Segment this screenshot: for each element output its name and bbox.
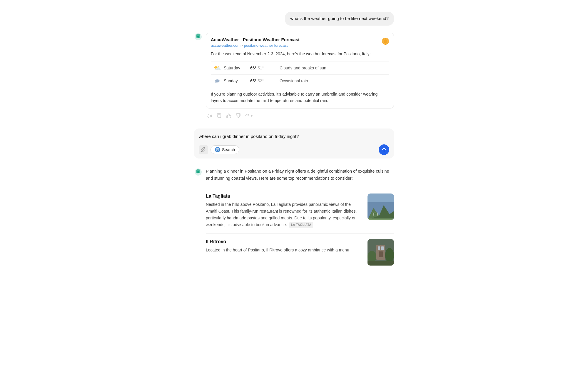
assistant-restaurant-block: Planning a dinner in Positano on a Frida… (194, 168, 394, 271)
svg-rect-25 (381, 246, 384, 250)
search-label: Search (222, 147, 235, 152)
assistant-icon (194, 33, 202, 42)
source-card-weather: AccuWeather - Positano Weather Forecast … (206, 33, 394, 109)
speaker-button[interactable] (206, 113, 212, 119)
user-message-1: what's the weather going to be like next… (194, 12, 394, 26)
saturday-day: Saturday (224, 66, 250, 70)
assistant-icon-2 (194, 168, 202, 177)
weather-row-sunday: 🌧 Sunday 65° 52° Occasional rain (211, 74, 389, 87)
saturday-desc: Clouds and breaks of sun (280, 66, 389, 70)
restaurant-image-la-tagliata (368, 194, 394, 220)
assistant-weather-block: AccuWeather - Positano Weather Forecast … (194, 33, 394, 119)
svg-rect-18 (368, 218, 394, 220)
breadcrumb-arrow: › (242, 44, 243, 47)
weather-intro-text: For the weekend of November 2-3, 2024, h… (211, 51, 389, 57)
restaurant-card-il-ritrovo: Il Ritrovo Located in the heart of Posit… (206, 233, 394, 271)
saturday-low: 51° (258, 66, 264, 70)
globe-icon (215, 147, 220, 152)
regenerate-chevron: ▾ (251, 114, 253, 118)
weather-advisory: If you're planning outdoor activities, i… (211, 91, 389, 104)
regenerate-button[interactable]: ▾ (245, 114, 253, 118)
assistant-content-restaurants: Planning a dinner in Positano on a Frida… (206, 168, 394, 271)
sunday-low: 52° (258, 79, 264, 83)
svg-point-14 (197, 171, 199, 173)
source-path[interactable]: positano weather forecast (244, 43, 288, 48)
sunday-desc: Occasional rain (280, 79, 389, 83)
source-url: accuweather.com › positano weather forec… (211, 43, 389, 48)
svg-rect-21 (377, 213, 378, 216)
restaurant-card-la-tagliata: La Tagliata Nestled in the hills above P… (206, 188, 394, 233)
input-area: Search (194, 129, 394, 159)
chat-input[interactable] (199, 133, 389, 140)
svg-rect-24 (378, 246, 380, 250)
thumbs-down-button[interactable] (235, 113, 241, 119)
source-domain[interactable]: accuweather.com (211, 43, 240, 48)
source-badge-icon (381, 37, 390, 46)
input-toolbar: Search (199, 144, 389, 155)
svg-point-2 (384, 39, 387, 43)
assistant-content-weather: AccuWeather - Positano Weather Forecast … (206, 33, 394, 119)
restaurant-image-il-ritrovo (368, 239, 394, 266)
restaurant-info-la-tagliata: La Tagliata Nestled in the hills above P… (206, 194, 363, 228)
search-button[interactable]: Search (211, 145, 239, 154)
attach-button[interactable] (199, 145, 208, 154)
svg-point-28 (385, 248, 394, 263)
restaurant-desc-la-tagliata: Nestled in the hills above Positano, La … (206, 201, 363, 228)
restaurant-name-il-ritrovo: Il Ritrovo (206, 239, 363, 244)
thumbs-up-button[interactable] (225, 113, 232, 119)
action-buttons: ▾ (206, 113, 394, 119)
sunday-high: 65° (250, 79, 256, 83)
sunday-temps: 65° 52° (250, 79, 280, 83)
copy-button[interactable] (216, 113, 222, 119)
svg-rect-19 (372, 213, 379, 213)
input-tools-left: Search (199, 145, 239, 154)
restaurant-name-la-tagliata: La Tagliata (206, 194, 363, 199)
user-message-bubble-1: what's the weather going to be like next… (285, 12, 394, 26)
restaurant-desc-il-ritrovo: Located in the heart of Positano, Il Rit… (206, 247, 363, 253)
svg-point-27 (368, 251, 376, 263)
svg-rect-20 (373, 213, 374, 216)
svg-rect-29 (368, 261, 394, 266)
svg-rect-26 (379, 251, 383, 257)
saturday-high: 66° (250, 66, 256, 70)
sunday-day: Sunday (224, 79, 250, 83)
sunday-weather-icon: 🌧 (211, 78, 224, 84)
reco-intro-text: Planning a dinner in Positano on a Frida… (206, 168, 394, 182)
restaurant-desc-text-la-tagliata: Nestled in the hills above Positano, La … (206, 202, 357, 227)
saturday-weather-icon: ⛅ (211, 64, 224, 71)
user-message-text-1: what's the weather going to be like next… (290, 16, 389, 21)
svg-point-0 (197, 36, 199, 38)
saturday-temps: 66° 51° (250, 66, 280, 70)
source-title: AccuWeather - Positano Weather Forecast (211, 37, 389, 42)
svg-rect-11 (218, 115, 221, 118)
restaurant-desc-text-il-ritrovo: Located in the heart of Positano, Il Rit… (206, 248, 349, 252)
restaurant-info-il-ritrovo: Il Ritrovo Located in the heart of Posit… (206, 239, 363, 253)
submit-button[interactable] (379, 144, 389, 155)
restaurant-tag-la-tagliata: LA TAGLIATA (289, 222, 313, 228)
weather-row-saturday: ⛅ Saturday 66° 51° Clouds and breaks of … (211, 61, 389, 74)
